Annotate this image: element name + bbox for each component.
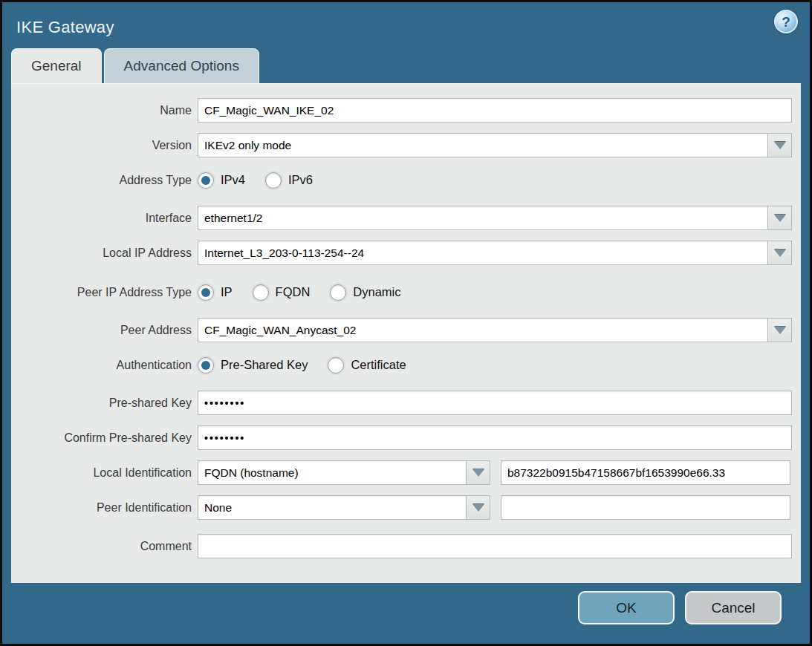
confirm-pre-shared-key-row: Confirm Pre-shared Key •••••••• — [11, 425, 801, 450]
radio-ipv6-circle — [265, 172, 282, 189]
tab-bar: General Advanced Options — [2, 48, 810, 83]
general-tab-panel: Name CF_Magic_WAN_IKE_02 Version IKEv2 o… — [11, 83, 801, 583]
radio-dynamic-circle — [330, 284, 346, 301]
radio-pre-shared-key[interactable]: Pre-Shared Key — [198, 357, 308, 373]
version-label: Version — [11, 139, 192, 152]
cancel-button[interactable]: Cancel — [685, 591, 782, 624]
radio-ip-label: IP — [221, 285, 233, 299]
radio-ipv4-circle — [198, 172, 214, 189]
peer-address-row: Peer Address CF_Magic_WAN_Anycast_02 — [11, 318, 801, 342]
comment-row: Comment — [11, 534, 801, 558]
peer-ip-address-type-row: Peer IP Address Type IP FQDN Dynamic — [11, 280, 801, 304]
tab-advanced-options-label: Advanced Options — [124, 58, 239, 74]
radio-ipv6-label: IPv6 — [288, 173, 313, 187]
radio-pre-shared-key-label: Pre-Shared Key — [221, 358, 308, 372]
authentication-label: Authentication — [11, 359, 192, 372]
radio-ipv6[interactable]: IPv6 — [265, 172, 313, 189]
peer-identification-dropdown-button[interactable] — [466, 495, 490, 520]
radio-certificate[interactable]: Certificate — [328, 357, 406, 373]
chevron-down-icon — [774, 327, 786, 334]
ike-gateway-dialog: IKE Gateway ? General Advanced Options N… — [0, 0, 812, 646]
radio-ip-circle — [198, 284, 214, 301]
tab-general[interactable]: General — [11, 48, 102, 83]
local-ip-address-dropdown-button[interactable] — [767, 241, 792, 265]
radio-ipv4[interactable]: IPv4 — [198, 172, 245, 189]
version-row: Version IKEv2 only mode — [11, 133, 801, 157]
peer-identification-row: Peer Identification None — [11, 495, 801, 520]
comment-input[interactable] — [198, 534, 792, 558]
name-label: Name — [11, 104, 192, 117]
radio-ipv4-label: IPv4 — [221, 173, 245, 187]
peer-identification-type-select[interactable]: None — [198, 495, 466, 520]
confirm-pre-shared-key-label: Confirm Pre-shared Key — [11, 431, 192, 445]
chevron-down-icon — [774, 249, 786, 257]
interface-row: Interface ethernet1/2 — [11, 206, 801, 230]
chevron-down-icon — [472, 469, 484, 477]
peer-ip-address-type-label: Peer IP Address Type — [11, 286, 192, 299]
peer-identification-label: Peer Identification — [11, 501, 192, 515]
tab-advanced-options[interactable]: Advanced Options — [104, 48, 259, 83]
radio-pre-shared-key-circle — [198, 357, 214, 373]
interface-label: Interface — [11, 212, 192, 225]
tab-general-label: General — [31, 58, 82, 74]
radio-dynamic[interactable]: Dynamic — [330, 284, 400, 301]
comment-label: Comment — [11, 540, 192, 553]
peer-ip-address-type-radio-group: IP FQDN Dynamic — [198, 284, 421, 301]
radio-ip[interactable]: IP — [198, 284, 233, 301]
local-identification-value-input[interactable]: b87322b0915b47158667bf1653990e66.33 — [501, 460, 790, 485]
radio-fqdn[interactable]: FQDN — [253, 284, 311, 301]
peer-address-label: Peer Address — [11, 324, 192, 337]
ok-button[interactable]: OK — [578, 591, 675, 624]
name-row: Name CF_Magic_WAN_IKE_02 — [11, 98, 801, 123]
name-input[interactable]: CF_Magic_WAN_IKE_02 — [198, 98, 792, 123]
pre-shared-key-row: Pre-shared Key •••••••• — [11, 391, 801, 415]
pre-shared-key-input[interactable]: •••••••• — [198, 391, 792, 415]
radio-certificate-label: Certificate — [351, 358, 406, 372]
local-ip-address-label: Local IP Address — [11, 247, 192, 260]
authentication-row: Authentication Pre-Shared Key Certificat… — [11, 353, 801, 377]
help-icon[interactable]: ? — [774, 10, 798, 33]
confirm-pre-shared-key-input[interactable]: •••••••• — [198, 425, 792, 450]
local-ip-address-select[interactable]: Internet_L3_203-0-113-254--24 — [198, 241, 767, 265]
radio-fqdn-circle — [253, 284, 269, 301]
local-identification-row: Local Identification FQDN (hostname) b87… — [11, 460, 801, 485]
peer-address-dropdown-button[interactable] — [767, 318, 792, 342]
local-identification-type-select[interactable]: FQDN (hostname) — [198, 460, 466, 485]
local-identification-dropdown-button[interactable] — [466, 460, 490, 485]
peer-address-select[interactable]: CF_Magic_WAN_Anycast_02 — [198, 318, 767, 342]
local-ip-address-row: Local IP Address Internet_L3_203-0-113-2… — [11, 241, 801, 265]
chevron-down-icon — [774, 142, 786, 149]
peer-identification-value-input[interactable] — [501, 495, 790, 520]
version-dropdown-button[interactable] — [767, 133, 792, 157]
chevron-down-icon — [472, 504, 484, 512]
dialog-titlebar: IKE Gateway ? — [2, 2, 810, 48]
radio-dynamic-label: Dynamic — [353, 285, 400, 299]
address-type-radio-group: IPv4 IPv6 — [198, 172, 333, 189]
chevron-down-icon — [774, 215, 786, 222]
address-type-row: Address Type IPv4 IPv6 — [11, 168, 801, 192]
interface-select[interactable]: ethernet1/2 — [198, 206, 767, 230]
radio-certificate-circle — [328, 357, 344, 373]
interface-dropdown-button[interactable] — [767, 206, 792, 230]
version-select[interactable]: IKEv2 only mode — [198, 133, 767, 157]
authentication-radio-group: Pre-Shared Key Certificate — [198, 357, 426, 373]
dialog-footer: OK Cancel — [2, 578, 810, 644]
address-type-label: Address Type — [11, 174, 192, 187]
dialog-title: IKE Gateway — [2, 13, 114, 37]
pre-shared-key-label: Pre-shared Key — [11, 397, 192, 410]
help-icon-glyph: ? — [782, 15, 790, 29]
radio-fqdn-label: FQDN — [276, 285, 311, 299]
local-identification-label: Local Identification — [11, 466, 192, 480]
